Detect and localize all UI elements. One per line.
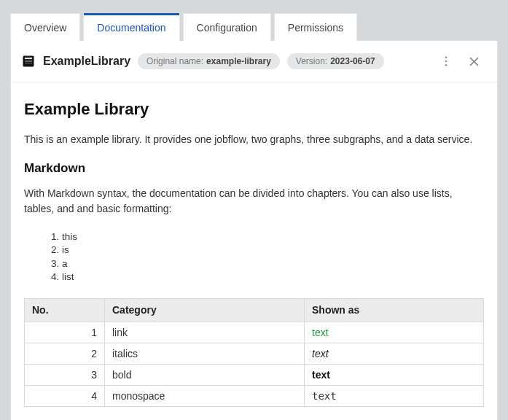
list-item: a [62,257,484,271]
version-badge: Version: 2023-06-07 [287,53,384,69]
cell-shown: text [305,385,484,406]
panel-header: ExampleLibrary Original name: example-li… [11,41,497,82]
doc-table: No. Category Shown as 1 link text 2 ital… [24,298,484,407]
tab-documentation[interactable]: Documentation [83,13,179,41]
cell-no: 2 [25,343,105,364]
cell-category: italics [105,343,305,364]
panel: ExampleLibrary Original name: example-li… [10,40,498,420]
version-value: 2023-06-07 [330,56,375,66]
table-row: 3 bold text [25,364,484,385]
cell-shown: text [305,343,484,364]
cell-category: link [105,322,305,343]
original-name-value: example-library [206,56,271,66]
list-item: list [62,271,484,284]
svg-rect-2 [25,60,32,61]
tab-bar: Overview Documentation Configuration Per… [10,13,498,41]
svg-rect-4 [25,63,32,63]
table-header-category: Category [105,298,305,322]
content-area: Example Library This is an example libra… [11,82,497,420]
table-row: 4 monospace text [25,385,484,406]
cell-category: monospace [105,385,305,406]
list-item: this [62,230,484,244]
version-label: Version: [296,56,327,66]
close-button[interactable] [464,51,484,71]
tab-permissions[interactable]: Permissions [274,13,357,41]
list-item: is [62,244,484,257]
table-row: 1 link text [25,322,484,343]
doc-heading-2: Markdown [24,161,484,176]
table-row: 2 italics text [25,343,484,364]
table-header-shown: Shown as [305,298,484,322]
original-name-badge: Original name: example-library [138,53,280,69]
close-icon [468,55,480,68]
cell-no: 4 [25,385,105,406]
table-header-no: No. [25,298,105,322]
library-icon [21,54,36,69]
svg-point-5 [445,56,448,58]
doc-heading-1: Example Library [24,100,484,119]
tab-overview[interactable]: Overview [10,13,80,41]
original-name-label: Original name: [146,56,203,66]
svg-point-6 [445,61,448,63]
svg-point-7 [445,64,448,66]
svg-rect-1 [25,58,32,59]
library-title: ExampleLibrary [43,55,130,68]
doc-markdown-desc: With Markdown syntax, the documentation … [24,186,484,217]
doc-ordered-list: this is a list [24,230,484,284]
doc-intro: This is an example library. It provides … [24,132,484,148]
cell-shown: text [305,364,484,385]
more-menu-button[interactable] [436,51,456,71]
cell-no: 3 [25,364,105,385]
more-vertical-icon [439,55,453,68]
cell-category: bold [105,364,305,385]
tab-configuration[interactable]: Configuration [183,13,271,41]
svg-rect-3 [25,61,32,62]
cell-no: 1 [25,322,105,343]
cell-shown[interactable]: text [305,322,484,343]
